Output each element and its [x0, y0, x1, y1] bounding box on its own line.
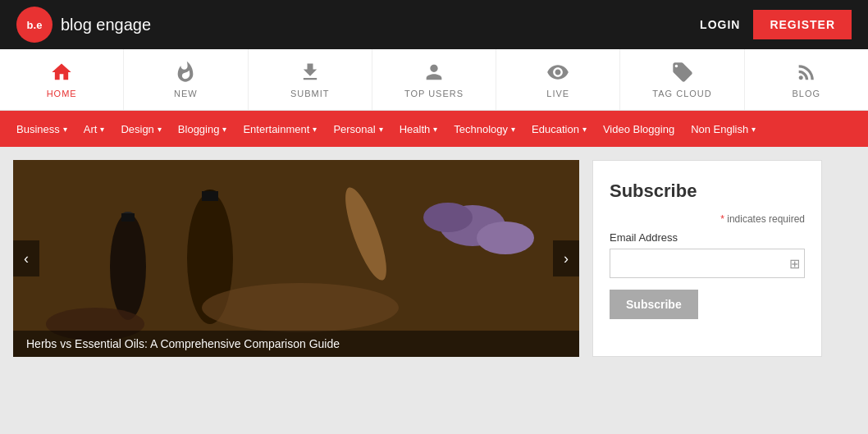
nav-home[interactable]: HOME: [0, 49, 124, 110]
login-button[interactable]: LOGIN: [700, 18, 740, 31]
fire-icon: [174, 61, 197, 84]
svg-point-11: [202, 283, 399, 332]
svg-rect-6: [202, 191, 218, 201]
subscribe-title: Subscribe: [610, 180, 805, 202]
cat-personal[interactable]: Personal ▾: [325, 111, 391, 147]
brand-name: blog engage: [61, 16, 151, 34]
slideshow-prev-button[interactable]: ‹: [13, 240, 39, 276]
slideshow-next-button[interactable]: ›: [553, 240, 579, 276]
chevron-down-icon: ▾: [158, 125, 162, 134]
cat-video-blogging[interactable]: Video Blogging: [595, 111, 683, 147]
nav-live[interactable]: LIVE: [496, 49, 620, 110]
submit-icon: [299, 61, 322, 84]
nav-tag-cloud-label: TAG CLOUD: [652, 89, 711, 98]
chevron-down-icon: ▾: [379, 125, 383, 134]
live-icon: [546, 61, 569, 84]
cat-non-english[interactable]: Non English ▾: [683, 111, 764, 147]
svg-rect-3: [121, 213, 135, 222]
nav-new-label: NEW: [174, 89, 198, 98]
nav-icons-bar: HOME NEW SUBMIT TOP USERS LIVE TAG CLOUD: [0, 49, 868, 111]
nav-submit[interactable]: SUBMIT: [249, 49, 372, 110]
logo-text: b.e: [27, 19, 43, 31]
chevron-down-icon: ▾: [100, 125, 104, 134]
chevron-down-icon: ▾: [582, 125, 587, 134]
slideshow: ‹ › Herbs vs Essential Oils: A Comprehen…: [13, 160, 579, 357]
svg-point-1: [110, 213, 146, 320]
email-icon: ⊞: [789, 256, 800, 272]
subscribe-panel: Subscribe * indicates required Email Add…: [592, 160, 822, 357]
svg-point-9: [477, 222, 534, 254]
nav-tag-cloud[interactable]: TAG CLOUD: [620, 49, 744, 110]
chevron-down-icon: ▾: [222, 125, 226, 134]
required-note: * indicates required: [610, 213, 805, 225]
cat-art[interactable]: Art ▾: [75, 111, 113, 147]
nav-submit-label: SUBMIT: [290, 89, 330, 98]
slide-caption: Herbs vs Essential Oils: A Comprehensive…: [13, 331, 579, 357]
logo-area: b.e blog engage: [16, 7, 151, 43]
main-content: ‹ › Herbs vs Essential Oils: A Comprehen…: [0, 147, 868, 357]
chevron-down-icon: ▾: [511, 125, 515, 134]
subscribe-button[interactable]: Subscribe: [610, 290, 698, 319]
cat-entertainment[interactable]: Entertainment ▾: [235, 111, 325, 147]
email-input-wrapper: ⊞: [610, 249, 805, 278]
nav-blog-label: BLOG: [793, 89, 821, 98]
cat-blogging[interactable]: Blogging ▾: [170, 111, 235, 147]
nav-top-users-label: TOP USERS: [404, 89, 464, 98]
nav-new[interactable]: NEW: [124, 49, 248, 110]
chevron-down-icon: ▾: [63, 125, 67, 134]
required-note-text: indicates required: [727, 213, 805, 225]
slide-image: [13, 160, 579, 357]
cat-technology[interactable]: Technology ▾: [445, 111, 523, 147]
svg-point-10: [423, 203, 473, 232]
chevron-down-icon: ▾: [752, 125, 756, 134]
cat-business[interactable]: Business ▾: [8, 111, 75, 147]
tag-cloud-icon: [671, 61, 694, 84]
cat-design[interactable]: Design ▾: [112, 111, 169, 147]
home-icon: [50, 61, 73, 84]
slide-svg: [13, 160, 579, 357]
nav-blog[interactable]: BLOG: [745, 49, 868, 110]
logo-icon: b.e: [16, 7, 53, 43]
nav-home-label: HOME: [47, 89, 77, 98]
slide-caption-text: Herbs vs Essential Oils: A Comprehensive…: [26, 337, 340, 350]
chevron-down-icon: ▾: [313, 125, 317, 134]
category-nav: Business ▾ Art ▾ Design ▾ Blogging ▾ Ent…: [0, 111, 868, 147]
chevron-down-icon: ▾: [433, 125, 437, 134]
header-actions: LOGIN REGISTER: [700, 10, 852, 39]
header: b.e blog engage LOGIN REGISTER: [0, 0, 868, 49]
nav-top-users[interactable]: TOP USERS: [372, 49, 496, 110]
email-label: Email Address: [610, 231, 805, 244]
nav-live-label: LIVE: [546, 89, 569, 98]
cat-health[interactable]: Health ▾: [391, 111, 446, 147]
top-users-icon: [423, 61, 445, 84]
email-input[interactable]: [610, 249, 805, 278]
blog-icon: [795, 61, 818, 84]
required-star: *: [720, 213, 724, 225]
cat-education[interactable]: Education ▾: [523, 111, 595, 147]
register-button[interactable]: REGISTER: [753, 10, 852, 39]
